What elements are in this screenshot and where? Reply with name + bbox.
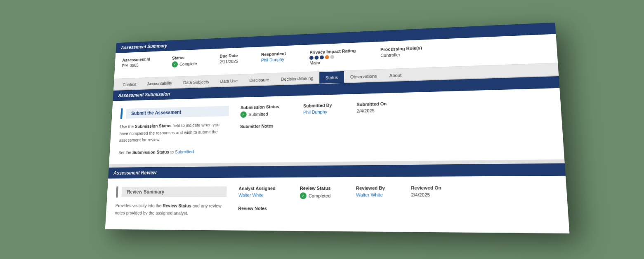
status-label: Status [172,55,197,60]
dot-3 [320,56,324,60]
processing-roles-label: Processing Role(s) [380,46,422,52]
submission-title: Submit the Assessment [126,106,229,119]
dot-4 [325,55,329,59]
tab-context[interactable]: Context [117,79,142,90]
analyst-assigned-field: Analyst Assigned Walter White [238,186,275,199]
submitted-by-value[interactable]: Phil Dunphy [303,109,332,114]
tab-data-use[interactable]: Data Use [214,75,243,87]
submission-status-label: Submission Status [240,104,279,110]
reviewed-by-label: Reviewed By [356,186,385,191]
tab-accountability[interactable]: Accountability [142,77,178,89]
processing-roles-field: Processing Role(s) Controller [380,46,422,58]
review-notes-label: Review Notes [238,206,557,212]
assessment-review-content: Review Summary Provides visibility into … [105,176,569,233]
reviewed-by-field: Reviewed By Walter White [356,186,385,199]
review-title-bar: Review Summary [116,186,226,198]
tab-disclosure[interactable]: Disclosure [243,74,275,86]
submission-left-panel: Submit the Assessment Use the Submission… [118,105,241,156]
assessment-id-label: Assessment Id [122,57,150,63]
tab-observations[interactable]: Observations [344,70,383,83]
submission-title-bar: Submit the Assessment [120,105,229,119]
due-date-value: 2/11/2025 [219,59,238,64]
tab-about[interactable]: About [383,69,408,82]
review-description: Provides visibility into the Review Stat… [115,203,226,217]
reviewed-on-value: 2/4/2025 [411,192,441,198]
respondent-label: Respondent [261,51,286,57]
submission-status-value: ✓ Submitted [240,111,279,118]
submitted-on-value: 2/4/2025 [356,108,387,114]
submission-accent [120,108,123,119]
review-left-panel: Review Summary Provides visibility into … [115,186,238,217]
submitter-notes-label: Submitter Notes [240,118,550,129]
completed-check-icon: ✓ [300,193,306,199]
assessment-submission-content: Submit the Assessment Use the Submission… [109,88,564,165]
due-date-label: Due Date [219,53,238,58]
respondent-field: Respondent Phil Dunphy [261,51,285,63]
status-text: Complete [179,61,197,67]
submission-status-field: Submission Status ✓ Submitted [240,104,279,118]
submission-description: Use the Submission Status field to indic… [119,121,229,144]
submission-status-row: Submission Status ✓ Submitted Submitted … [240,97,550,118]
respondent-value[interactable]: Phil Dunphy [261,57,285,63]
reviewed-on-label: Reviewed On [410,185,441,191]
submitted-on-label: Submitted On [356,101,387,107]
tab-decision-making[interactable]: Decision-Making [275,72,319,85]
reviewed-by-value[interactable]: Walter White [356,193,385,198]
review-status-row: Analyst Assigned Walter White Review Sta… [238,185,555,199]
assessment-id-value: PIA-0003 [122,63,150,68]
privacy-impact-label: Privacy Impact Rating [309,48,356,55]
reviewed-on-field: Reviewed On 2/4/2025 [410,185,441,199]
processing-roles-value: Controller [380,51,422,58]
analyst-assigned-label: Analyst Assigned [238,186,275,191]
review-title: Review Summary [121,187,227,197]
submitted-by-label: Submitted By [303,103,332,109]
submission-right-panel: Submission Status ✓ Submitted Submitted … [239,97,552,154]
review-right-panel: Analyst Assigned Walter White Review Sta… [238,185,557,219]
completed-text: Completed [308,194,330,198]
submission-instruction: Set the Submission Status to Submitted. [118,148,228,156]
review-status-value: ✓ Completed [300,193,330,199]
check-icon: ✓ [172,61,178,68]
submitted-text: Submitted [248,112,268,117]
status-value: ✓ Complete [172,61,197,68]
tab-status[interactable]: Status [319,71,344,84]
submitted-check-icon: ✓ [240,112,246,118]
tab-data-subjects[interactable]: Data Subjects [177,76,215,88]
dot-5 [330,55,334,59]
review-accent [116,187,118,198]
privacy-rating-text: Major [309,59,356,65]
submitted-on-field: Submitted On 2/4/2025 [356,101,387,115]
review-status-field: Review Status ✓ Completed [300,186,330,199]
due-date-field: Due Date 2/11/2025 [219,53,238,64]
analyst-assigned-value[interactable]: Walter White [238,193,275,198]
review-status-label: Review Status [300,186,330,191]
dot-2 [314,56,318,60]
status-field: Status ✓ Complete [172,55,197,68]
assessment-id-field: Assessment Id PIA-0003 [122,57,150,68]
dot-1 [309,56,314,60]
submitted-by-field: Submitted By Phil Dunphy [303,103,332,117]
privacy-impact-field: Privacy Impact Rating Major [309,48,356,65]
